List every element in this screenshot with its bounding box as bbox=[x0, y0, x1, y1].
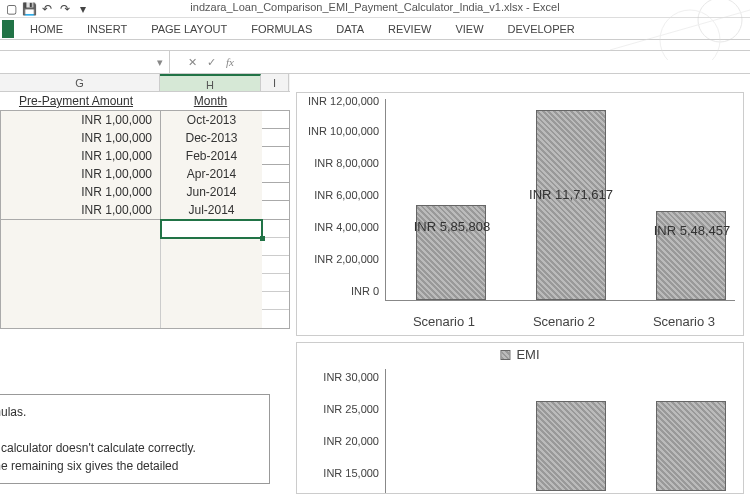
chart-emi[interactable]: EMI INR 30,000 INR 25,000 INR 20,000 INR… bbox=[296, 342, 744, 494]
bar-label: INR 11,71,617 bbox=[521, 187, 621, 204]
tab-insert[interactable]: INSERT bbox=[75, 20, 139, 38]
chart1-plot: INR 5,85,808 INR 11,71,617 INR 5,48,457 bbox=[385, 99, 735, 301]
tab-review[interactable]: REVIEW bbox=[376, 20, 443, 38]
table-row: INR 1,00,000Oct-2013 bbox=[1, 111, 289, 129]
prepayment-table: INR 1,00,000Oct-2013 INR 1,00,000Dec-201… bbox=[0, 110, 290, 220]
tab-home[interactable]: HOME bbox=[18, 20, 75, 38]
tab-page-layout[interactable]: PAGE LAYOUT bbox=[139, 20, 239, 38]
save-icon[interactable]: 💾 bbox=[22, 2, 36, 16]
tab-developer[interactable]: DEVELOPER bbox=[496, 20, 587, 38]
quick-access-toolbar: ▢ 💾 ↶ ↷ ▾ indzara_Loan_Comparison_EMI_Pa… bbox=[0, 0, 750, 18]
formula-cancel-icon[interactable]: ✕ bbox=[188, 56, 197, 69]
table-row: INR 1,00,000Apr-2014 bbox=[1, 165, 289, 183]
fx-icon[interactable]: fx bbox=[226, 56, 234, 68]
notes-line: e calculator doesn't calculate correctly… bbox=[0, 439, 261, 457]
chart-scenario-totals[interactable]: INR 0 INR 2,00,000 INR 4,00,000 INR 6,00… bbox=[296, 92, 744, 336]
col-header-h[interactable]: H bbox=[160, 74, 261, 91]
bar-label: INR 5,85,808 bbox=[402, 219, 502, 236]
tab-formulas[interactable]: FORMULAS bbox=[239, 20, 324, 38]
selected-cell[interactable] bbox=[161, 220, 262, 238]
cat-label: Scenario 3 bbox=[629, 314, 739, 329]
tab-data[interactable]: DATA bbox=[324, 20, 376, 38]
undo-icon[interactable]: ↶ bbox=[40, 2, 54, 16]
col-header-i[interactable]: I bbox=[261, 74, 289, 91]
qat-dropdown-icon[interactable]: ▾ bbox=[76, 2, 90, 16]
header-month: Month bbox=[160, 92, 261, 110]
tab-view[interactable]: VIEW bbox=[443, 20, 495, 38]
name-box[interactable]: ▾ bbox=[0, 51, 170, 73]
cat-label: Scenario 2 bbox=[509, 314, 619, 329]
notes-box: mulas. e calculator doesn't calculate co… bbox=[0, 394, 270, 484]
window-title: indzara_Loan_Comparison_EMI_Payment_Calc… bbox=[190, 1, 559, 13]
cat-label: Scenario 1 bbox=[389, 314, 499, 329]
bar-emi-3 bbox=[656, 401, 726, 491]
notes-line: the remaining six gives the detailed bbox=[0, 457, 261, 475]
file-tab[interactable] bbox=[2, 20, 14, 38]
empty-rows bbox=[0, 220, 290, 329]
table-row: INR 1,00,000Dec-2013 bbox=[1, 129, 289, 147]
name-box-dropdown-icon[interactable]: ▾ bbox=[157, 56, 163, 69]
redo-icon[interactable]: ↷ bbox=[58, 2, 72, 16]
bar-emi-2 bbox=[536, 401, 606, 491]
chart2-plot bbox=[385, 369, 735, 493]
notes-line: mulas. bbox=[0, 403, 261, 421]
table-row: INR 1,00,000Feb-2014 bbox=[1, 147, 289, 165]
header-prepayment: Pre-Payment Amount bbox=[0, 92, 160, 110]
legend-swatch-icon bbox=[500, 350, 510, 360]
column-headers: G H I bbox=[0, 74, 290, 92]
table-row: INR 1,00,000Jun-2014 bbox=[1, 183, 289, 201]
table-row: INR 1,00,000Jul-2014 bbox=[1, 201, 289, 219]
bar-label: INR 5,48,457 bbox=[642, 223, 742, 240]
excel-icon: ▢ bbox=[4, 2, 18, 16]
formula-enter-icon[interactable]: ✓ bbox=[207, 56, 216, 69]
bar-scenario2 bbox=[536, 110, 606, 300]
col-header-g[interactable]: G bbox=[0, 74, 160, 91]
ribbon-tabs: HOME INSERT PAGE LAYOUT FORMULAS DATA RE… bbox=[0, 18, 750, 40]
formula-bar-row: ▾ ✕ ✓ fx bbox=[0, 50, 750, 74]
chart2-legend: EMI bbox=[500, 347, 539, 362]
